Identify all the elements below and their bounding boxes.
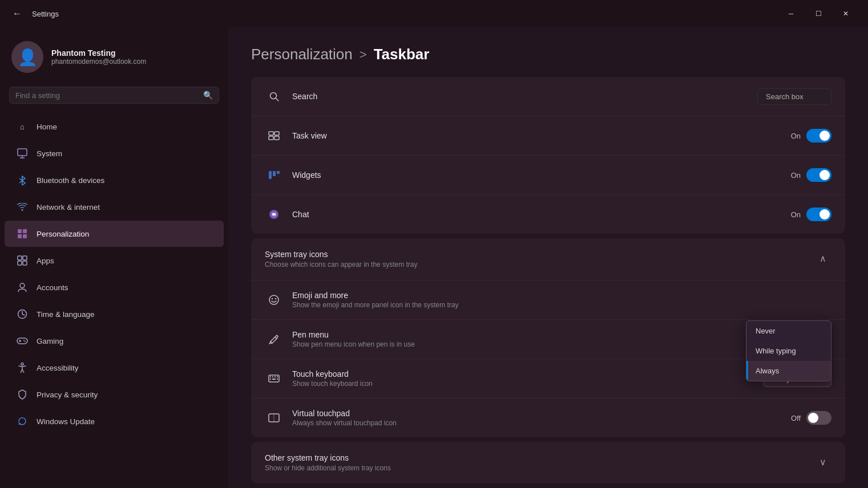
sidebar-item-home[interactable]: ⌂ Home xyxy=(5,113,224,140)
svg-rect-28 xyxy=(274,136,279,140)
svg-rect-44 xyxy=(272,379,276,380)
breadcrumb-parent[interactable]: Personalization xyxy=(251,46,353,63)
search-row: Search Search box xyxy=(251,77,845,116)
touch-keyboard-icon xyxy=(265,369,283,388)
touch-keyboard-text: Touch keyboard Show touch keyboard icon xyxy=(292,369,754,388)
emoji-desc: Show the emoji and more panel icon in th… xyxy=(292,301,822,309)
chat-label: Chat xyxy=(292,210,782,219)
other-tray-title: Other system tray icons xyxy=(265,453,814,462)
search-box-control[interactable]: Search box xyxy=(757,88,831,105)
svg-point-6 xyxy=(22,209,23,211)
svg-rect-42 xyxy=(277,376,278,377)
search-icon: 🔍 xyxy=(203,91,213,100)
svg-rect-0 xyxy=(18,149,27,156)
widgets-icon xyxy=(265,166,283,184)
chat-row: Chat On xyxy=(251,195,845,234)
apps-icon xyxy=(16,254,29,267)
search-setting-label: Search xyxy=(292,92,748,101)
taskview-toggle[interactable] xyxy=(806,129,831,143)
sidebar-item-privacy[interactable]: Privacy & security xyxy=(5,381,224,408)
svg-rect-39 xyxy=(270,376,271,377)
user-email: phantomodemos@outlook.com xyxy=(51,58,146,66)
sidebar-label-accessibility: Accessibility xyxy=(37,364,79,372)
maximize-button[interactable]: ☐ xyxy=(805,5,831,23)
svg-line-24 xyxy=(276,98,278,101)
sidebar-item-update[interactable]: Windows Update xyxy=(5,408,224,434)
svg-rect-41 xyxy=(274,376,276,377)
sidebar-item-apps[interactable]: Apps xyxy=(5,247,224,274)
sidebar-item-system[interactable]: System xyxy=(5,140,224,166)
emoji-option-never[interactable]: Never xyxy=(746,321,831,341)
other-tray-expand[interactable]: ∨ xyxy=(814,453,831,470)
sidebar-item-bluetooth[interactable]: Bluetooth & devices xyxy=(5,167,224,193)
network-icon xyxy=(16,201,29,213)
virtual-touchpad-toggle[interactable] xyxy=(806,411,831,425)
svg-rect-29 xyxy=(269,171,272,179)
search-setting-text: Search xyxy=(292,92,748,101)
content-area: Personalization > Taskbar Search xyxy=(228,27,868,488)
back-button[interactable]: ← xyxy=(9,6,25,22)
touch-keyboard-desc: Show touch keyboard icon xyxy=(292,380,754,388)
sidebar-label-accounts: Accounts xyxy=(37,283,68,292)
taskview-state: On xyxy=(791,132,801,140)
breadcrumb-current: Taskbar xyxy=(374,46,430,63)
svg-point-22 xyxy=(21,363,23,365)
sidebar-label-system: System xyxy=(37,149,62,158)
chat-text: Chat xyxy=(292,210,782,219)
emoji-option-always[interactable]: Always xyxy=(746,361,831,381)
svg-rect-31 xyxy=(277,171,280,174)
emoji-label: Emoji and more xyxy=(292,291,822,300)
main-content: 👤 Phantom Testing phantomodemos@outlook.… xyxy=(0,27,868,488)
search-box[interactable]: 🔍 xyxy=(9,87,219,104)
virtual-touchpad-control: Off xyxy=(791,411,831,425)
svg-rect-14 xyxy=(23,261,27,265)
avatar: 👤 xyxy=(11,41,43,73)
breadcrumb: Personalization > Taskbar xyxy=(228,27,868,77)
system-tray-header: System tray icons Choose which icons can… xyxy=(251,238,845,280)
privacy-icon xyxy=(16,388,29,401)
emoji-option-while-typing[interactable]: While typing xyxy=(746,341,831,361)
virtual-touchpad-icon xyxy=(265,409,283,427)
time-icon xyxy=(16,308,29,320)
system-tray-expand[interactable]: ∧ xyxy=(814,250,831,267)
virtual-touchpad-row: Virtual touchpad Always show virtual tou… xyxy=(251,398,845,437)
svg-rect-12 xyxy=(23,256,27,260)
svg-point-20 xyxy=(23,340,25,341)
widgets-control: On xyxy=(791,168,831,182)
svg-point-36 xyxy=(272,298,273,299)
close-button[interactable]: ✕ xyxy=(833,5,859,23)
search-input[interactable] xyxy=(15,91,199,100)
taskview-text: Task view xyxy=(292,131,782,140)
sidebar-label-bluetooth: Bluetooth & devices xyxy=(37,176,104,185)
sidebar-label-privacy: Privacy & security xyxy=(37,391,98,399)
svg-rect-25 xyxy=(269,132,273,135)
minimize-button[interactable]: ─ xyxy=(778,5,804,23)
virtual-touchpad-state: Off xyxy=(791,414,801,422)
breadcrumb-separator: > xyxy=(360,47,367,62)
svg-rect-9 xyxy=(18,234,22,238)
widgets-toggle[interactable] xyxy=(806,168,831,182)
virtual-touchpad-desc: Always show virtual touchpad icon xyxy=(292,419,782,427)
sidebar-item-gaming[interactable]: Gaming xyxy=(5,328,224,354)
touch-keyboard-label: Touch keyboard xyxy=(292,369,754,379)
other-tray-header: Other system tray icons Show or hide add… xyxy=(251,442,845,483)
system-tray-title: System tray icons xyxy=(265,250,814,259)
emoji-dropdown-menu: Never While typing Always xyxy=(746,320,831,381)
pen-menu-icon xyxy=(265,330,283,348)
home-icon: ⌂ xyxy=(16,120,29,133)
sidebar-item-accounts[interactable]: Accounts xyxy=(5,274,224,300)
svg-rect-17 xyxy=(17,338,27,344)
sidebar-item-network[interactable]: Network & internet xyxy=(5,194,224,220)
chat-toggle[interactable] xyxy=(806,208,831,221)
sidebar-label-personalization: Personalization xyxy=(37,230,89,238)
system-tray-section: System tray icons Choose which icons can… xyxy=(251,238,845,437)
svg-rect-11 xyxy=(18,256,22,260)
svg-point-21 xyxy=(25,341,26,342)
taskbar-items-section: Search Search box xyxy=(251,77,845,234)
system-tray-desc: Choose which icons can appear in the sys… xyxy=(265,261,814,269)
sidebar-item-time[interactable]: Time & language xyxy=(5,301,224,327)
window-controls: ─ ☐ ✕ xyxy=(778,5,859,23)
sidebar-item-personalization[interactable]: Personalization xyxy=(5,221,224,247)
sidebar-item-accessibility[interactable]: Accessibility xyxy=(5,355,224,381)
title-bar-left: ← Settings xyxy=(9,6,771,22)
